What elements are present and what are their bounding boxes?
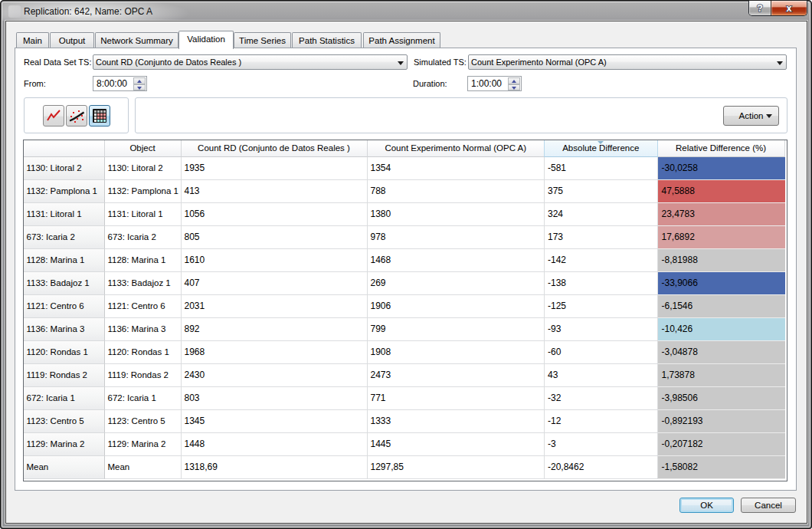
svg-text:?: ? [757,2,763,14]
svg-text:x: x [787,3,792,14]
